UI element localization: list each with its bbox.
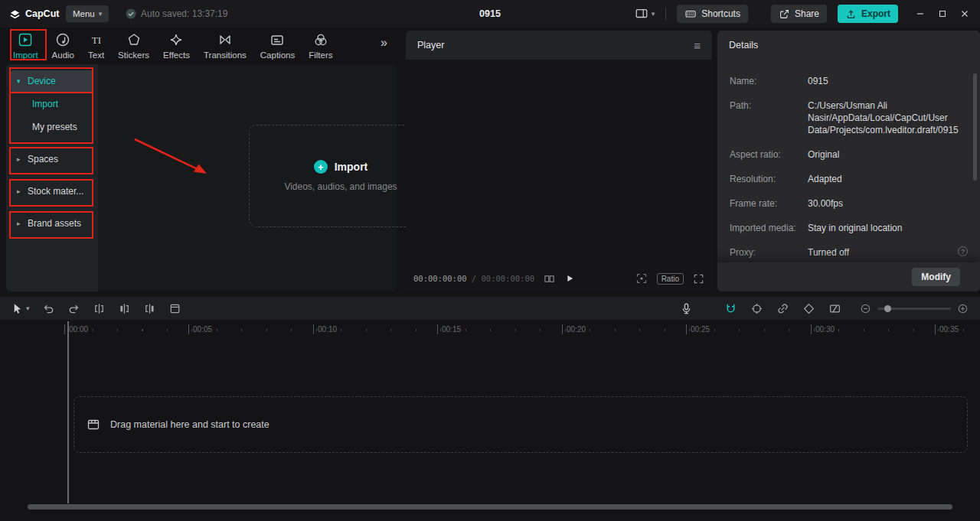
- tab-captions-label: Captions: [260, 50, 295, 60]
- zoom-slider[interactable]: [877, 308, 951, 310]
- ratio-button[interactable]: Ratio: [657, 273, 684, 285]
- tab-text-label: Text: [88, 50, 104, 60]
- export-label: Export: [861, 8, 890, 19]
- media-panel: ▾ Device Import My presets ▸ Spaces ▸ St…: [6, 64, 397, 291]
- titlebar-right: ▾ Shortcuts Share Export: [635, 0, 975, 28]
- keyframe-icon[interactable]: [802, 302, 815, 315]
- tab-transitions[interactable]: Transitions: [197, 30, 253, 62]
- autosave-label: Auto saved: 13:37:19: [141, 8, 227, 19]
- window-controls: [909, 0, 975, 28]
- details-body: Name: 0915 Path: C:/Users/Usman Ali Nasi…: [730, 75, 968, 262]
- auto-preview-icon[interactable]: [750, 302, 763, 315]
- export-icon: [845, 8, 857, 20]
- player-menu-icon[interactable]: ≡: [694, 39, 701, 52]
- capcut-window: CapCut Menu ▾ Auto saved: 13:37:19 0915 …: [0, 0, 980, 521]
- tab-stickers[interactable]: Stickers: [111, 30, 156, 62]
- modify-button[interactable]: Modify: [912, 268, 960, 286]
- media-content-area: + Import Videos, audios, and images: [98, 64, 397, 291]
- tab-import[interactable]: Import: [6, 30, 45, 62]
- sidebar-item-brand-assets-label: Brand assets: [28, 218, 81, 229]
- sidebar-item-import[interactable]: Import: [11, 93, 93, 115]
- timeline-tools-left: ▾: [0, 302, 181, 315]
- split-icon[interactable]: [93, 302, 106, 315]
- detail-value: Turned off: [808, 246, 849, 259]
- menu-button[interactable]: Menu ▾: [66, 5, 109, 22]
- tab-text[interactable]: TI Text: [81, 30, 111, 62]
- sidebar-item-stock-materials[interactable]: ▸ Stock mater...: [11, 181, 93, 202]
- detail-label: Path:: [730, 99, 808, 136]
- detail-value: C:/Users/Usman Ali Nasir/AppData/Local/C…: [808, 99, 968, 136]
- layout-switch-button[interactable]: ▾: [635, 7, 655, 21]
- player-title: Player: [417, 40, 444, 50]
- zoom-out-icon[interactable]: [861, 304, 871, 314]
- tab-filters[interactable]: Filters: [302, 30, 339, 62]
- redo-icon[interactable]: [67, 302, 80, 315]
- titlebar: CapCut Menu ▾ Auto saved: 13:37:19 0915 …: [0, 0, 980, 28]
- ruler-label: 00:20: [562, 324, 586, 334]
- share-button[interactable]: Share: [771, 5, 827, 23]
- sidebar-item-spaces[interactable]: ▸ Spaces: [11, 148, 93, 170]
- captions-icon: [270, 32, 285, 47]
- layout-icon: [635, 7, 648, 21]
- focus-scan-icon[interactable]: [635, 272, 648, 285]
- import-icon: [18, 32, 33, 47]
- sticker-icon: [126, 32, 142, 47]
- chevron-down-icon: ▾: [652, 10, 655, 18]
- details-title: Details: [729, 40, 758, 50]
- detail-value: Stay in original location: [808, 222, 968, 234]
- microphone-icon[interactable]: [680, 302, 693, 315]
- detail-label: Name:: [730, 75, 808, 87]
- detail-value: Adapted: [808, 173, 968, 185]
- tab-captions[interactable]: Captions: [253, 30, 302, 62]
- titlebar-divider: [665, 8, 666, 20]
- tab-filters-label: Filters: [309, 50, 332, 60]
- sidebar-item-device[interactable]: ▾ Device: [11, 70, 93, 92]
- chevron-right-icon: ▸: [17, 155, 23, 163]
- app-logo: CapCut: [9, 0, 59, 28]
- sidebar-item-import-label: Import: [32, 99, 58, 109]
- capcut-logo-icon: [9, 8, 21, 20]
- sidebar-item-brand-assets[interactable]: ▸ Brand assets: [11, 213, 93, 234]
- frame-grid-icon[interactable]: [544, 273, 555, 285]
- zoom-in-icon[interactable]: [958, 304, 968, 314]
- link-clips-icon[interactable]: [776, 302, 789, 315]
- mask-preview-icon[interactable]: [828, 302, 841, 315]
- sidebar-item-my-presets[interactable]: My presets: [11, 116, 93, 138]
- select-tool-button[interactable]: ▾: [11, 302, 30, 315]
- delete-clip-icon[interactable]: [168, 302, 181, 315]
- undo-icon[interactable]: [42, 302, 55, 315]
- delete-left-icon[interactable]: [118, 302, 131, 315]
- minimize-button[interactable]: [909, 0, 931, 28]
- play-button[interactable]: [564, 273, 575, 284]
- detail-row-path: Path: C:/Users/Usman Ali Nasir/AppData/L…: [730, 99, 968, 136]
- timeline-horizontal-scrollbar[interactable]: [28, 504, 952, 510]
- detail-row-proxy: Proxy: Turned off ?: [730, 246, 968, 259]
- details-scrollbar[interactable]: [973, 73, 977, 181]
- tab-effects[interactable]: Effects: [156, 30, 197, 62]
- timecode-separator: /: [467, 274, 482, 283]
- main-track-magnet-icon[interactable]: [724, 302, 737, 315]
- import-drop-area[interactable]: + Import Videos, audios, and images: [249, 125, 433, 227]
- close-button[interactable]: [953, 0, 975, 28]
- timeline-drop-zone[interactable]: Drag material here and start to create: [74, 396, 968, 453]
- import-title: Import: [335, 161, 368, 173]
- detail-row-resolution: Resolution: Adapted: [730, 173, 968, 185]
- tab-audio[interactable]: Audio: [45, 30, 81, 62]
- export-button[interactable]: Export: [838, 5, 898, 23]
- tab-effects-label: Effects: [163, 50, 190, 60]
- details-header: Details: [717, 31, 980, 60]
- zoom-slider-knob[interactable]: [884, 305, 891, 312]
- media-board-icon: [87, 418, 100, 431]
- timeline-ruler[interactable]: 00:00 00:05 00:10 00:15 00:20 00:25 00:3…: [0, 321, 980, 338]
- delete-right-icon[interactable]: [143, 302, 156, 315]
- toolbar-more-chevron-icon[interactable]: »: [381, 36, 387, 50]
- fullscreen-icon[interactable]: [693, 273, 704, 285]
- help-icon[interactable]: ?: [958, 246, 968, 256]
- shortcuts-button[interactable]: Shortcuts: [677, 5, 748, 23]
- playhead[interactable]: [67, 321, 69, 503]
- tab-stickers-label: Stickers: [118, 50, 149, 60]
- keyboard-icon: [684, 8, 697, 20]
- sidebar-item-stock-materials-label: Stock mater...: [28, 186, 83, 197]
- detail-row-aspect-ratio: Aspect ratio: Original: [730, 148, 968, 161]
- maximize-button[interactable]: [931, 0, 953, 28]
